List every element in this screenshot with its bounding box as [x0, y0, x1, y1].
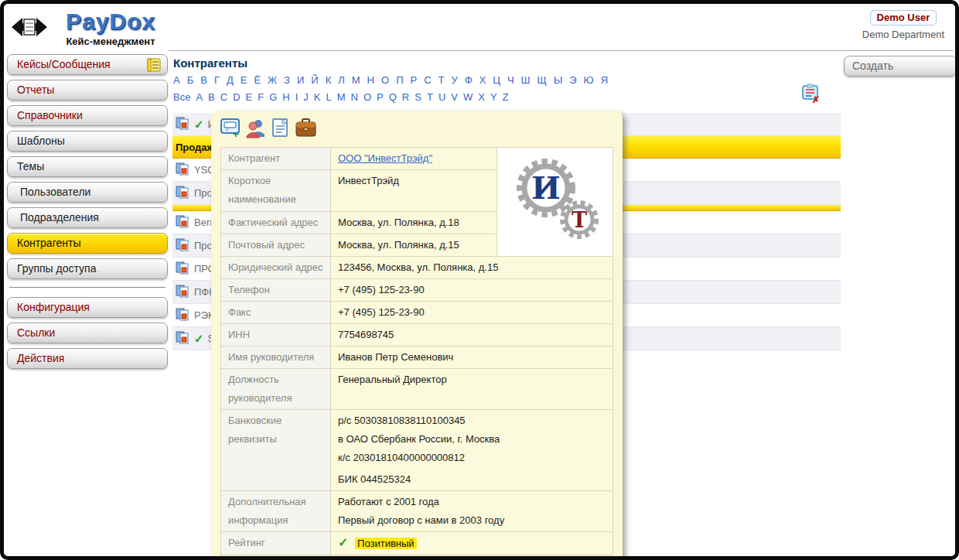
alphabet-letter[interactable]: R [402, 91, 409, 103]
alphabet-letter[interactable]: Р [410, 74, 417, 86]
alphabet-letter[interactable]: Б [187, 74, 194, 86]
alphabet-letter[interactable]: Ш [521, 74, 531, 86]
field-label: Фактический адрес [221, 211, 331, 234]
alphabet-letter[interactable]: К [326, 74, 332, 86]
field-label: Рейтинг [221, 532, 331, 555]
sidebar-item-label: Контрагенты [17, 237, 80, 249]
sidebar-item-label: Пользователи [20, 186, 90, 198]
svg-text:+: + [233, 128, 239, 138]
sidebar-item-departments[interactable]: Подразделения [7, 207, 168, 228]
alphabet-letter[interactable]: V [451, 91, 458, 103]
sidebar-item-label: Справочники [17, 109, 83, 121]
alphabet-letter[interactable]: В [200, 74, 207, 86]
alphabet-letter[interactable]: Г [214, 74, 220, 86]
sidebar-item-configuration[interactable]: Конфигурация [7, 297, 168, 318]
bank-line: в ОАО Сбербанк России, г. Москва [338, 430, 606, 449]
alphabet-letter[interactable]: I [295, 91, 299, 103]
alphabet-letter[interactable]: Q [389, 91, 397, 103]
alphabet-letter[interactable]: Все [173, 91, 190, 103]
alphabet-letter[interactable]: L [326, 91, 331, 103]
alphabet-letter[interactable]: H [282, 91, 289, 103]
alphabet-letter[interactable]: O [363, 91, 371, 103]
alphabet-letter[interactable]: P [377, 91, 384, 103]
alphabet-letter[interactable]: Л [338, 74, 345, 86]
alphabet-letter[interactable]: Е [241, 74, 247, 86]
sidebar-item-access-groups[interactable]: Группы доступа [7, 258, 168, 279]
alphabet-letter[interactable]: Щ [538, 74, 547, 86]
alphabet-letter[interactable]: D [233, 91, 240, 103]
alphabet-letter[interactable]: А [173, 74, 180, 86]
alphabet-letter[interactable]: J [303, 91, 309, 103]
alphabet-letter[interactable]: Х [480, 74, 486, 86]
alphabet-letter[interactable]: Ч [507, 74, 514, 86]
alphabet-letter[interactable]: M [337, 91, 346, 103]
counterparty-details-table: Контрагент ООО "ИнвестТрэйд" И Т Коротко… [220, 147, 613, 555]
add-comment-icon[interactable]: + [220, 118, 241, 142]
alphabet-letter[interactable]: B [208, 91, 215, 103]
alphabet-letter[interactable]: Й [311, 74, 318, 86]
alphabet-letter[interactable]: S [415, 91, 421, 103]
alphabet-letter[interactable]: Y [490, 91, 497, 103]
sidebar-item-users[interactable]: Пользователи [7, 182, 168, 203]
alphabet-letter[interactable]: С [424, 74, 431, 86]
alphabet-letter[interactable]: Я [601, 74, 608, 86]
alphabet-letter[interactable]: N [351, 91, 358, 103]
detail-row-director-name: Имя руководителя Иванов Петр Семенович [221, 347, 613, 369]
alphabet-letter[interactable]: C [220, 91, 227, 103]
contact-document-icon [176, 186, 189, 201]
alphabet-letter[interactable]: F [258, 91, 264, 103]
alphabet-letter[interactable]: X [478, 91, 485, 103]
alphabet-letter[interactable]: М [352, 74, 360, 86]
sidebar-item-counterparties[interactable]: Контрагенты [7, 233, 168, 254]
user-name-badge[interactable]: Demo User [870, 10, 937, 26]
sidebar-item-cases-messages[interactable]: Кейсы/Сообщения [7, 54, 168, 75]
alphabet-letter[interactable]: A [196, 91, 203, 103]
alphabet-letter[interactable]: Ы [554, 74, 563, 86]
clear-filter-icon[interactable]: ✗ [800, 84, 821, 107]
field-value: +7 (495) 125-23-90 [331, 279, 613, 302]
alphabet-letter[interactable]: Ж [268, 74, 277, 86]
alphabet-letter[interactable]: З [284, 74, 290, 86]
sidebar-item-actions[interactable]: Действия [7, 348, 168, 369]
briefcase-icon[interactable] [295, 118, 317, 142]
alphabet-letter[interactable]: Ю [584, 74, 594, 86]
create-button[interactable]: Создать [844, 56, 957, 77]
alphabet-letter[interactable]: П [396, 74, 403, 86]
logo-letter-small: Т [571, 208, 586, 232]
popup-toolbar: + [220, 118, 613, 142]
counterparty-name-link[interactable]: ООО "ИнвестТрэйд" [338, 152, 432, 164]
check-icon: ✓ [194, 118, 204, 131]
contact-document-icon [176, 215, 189, 230]
app-logo[interactable]: PayDox Кейс-менеджмент [49, 9, 172, 47]
alphabet-letter[interactable]: О [381, 74, 389, 86]
app-window: PayDox Кейс-менеджмент Demo User Demo De… [0, 0, 959, 560]
sidebar-item-reports[interactable]: Отчеты [7, 80, 168, 101]
document-icon[interactable] [270, 118, 291, 142]
alphabet-letter[interactable]: W [463, 91, 473, 103]
alphabet-letter[interactable]: И [297, 74, 304, 86]
alphabet-letter[interactable]: Ё [254, 74, 261, 86]
alphabet-letter[interactable]: K [314, 91, 321, 103]
alphabet-letter[interactable]: Н [367, 74, 374, 86]
alphabet-letter[interactable]: U [439, 91, 445, 103]
sidebar-item-links[interactable]: Ссылки [7, 323, 168, 343]
sidebar-item-directories[interactable]: Справочники [7, 105, 168, 126]
sidebar-item-label: Подразделения [20, 211, 99, 224]
alphabet-letter[interactable]: Э [569, 74, 576, 86]
sidebar-item-label: Ссылки [17, 326, 55, 339]
contacts-icon[interactable] [245, 118, 266, 142]
alphabet-letter[interactable]: Д [227, 74, 234, 86]
alphabet-letter[interactable]: Ф [465, 74, 473, 86]
alphabet-letter[interactable]: Т [439, 74, 445, 86]
alphabet-letter[interactable]: Ц [493, 74, 500, 86]
sidebar-item-templates[interactable]: Шаблоны [7, 131, 168, 152]
alphabet-letter[interactable]: Z [503, 91, 509, 103]
company-logo: И Т [497, 148, 613, 257]
field-value: Москва, ул. Полянка, д.18 [331, 211, 497, 234]
alphabet-letter[interactable]: T [427, 91, 433, 103]
sidebar-item-topics[interactable]: Темы [7, 156, 168, 177]
alphabet-letter[interactable]: E [246, 91, 253, 103]
alphabet-letter[interactable]: G [269, 91, 277, 103]
alphabet-letter[interactable]: У [451, 74, 457, 86]
paydox-nav-arrows-icon[interactable] [12, 13, 47, 44]
